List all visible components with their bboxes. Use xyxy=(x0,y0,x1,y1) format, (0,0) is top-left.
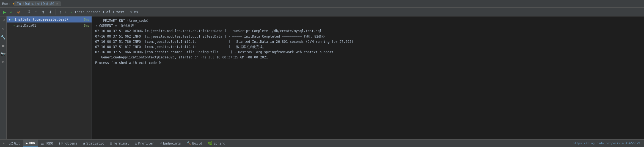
title-bar: Run: ◀ InitData.initData01 ✕ xyxy=(0,0,644,8)
log-line: PRIMARY KEY (tree_code) xyxy=(95,18,641,23)
toolbar: ▶ ✓ ⊘ ↧ ↥ ⬆ ⬇ ↑ » ✓ Tests passed: 1 of 1… xyxy=(0,8,644,16)
todo-icon: ☰ xyxy=(41,141,44,145)
spring-icon: 🌿 xyxy=(208,141,212,145)
endpoints-icon: ⚡ xyxy=(160,141,162,145)
root-test-label: InitData (com.jeesite.test) xyxy=(15,18,68,21)
log-line: 07-16 00:37:51.786 INFO [com.jeesite.tes… xyxy=(95,39,641,44)
run-label: Run xyxy=(29,141,35,145)
tests-passed-label: Tests passed: xyxy=(75,10,102,14)
align-top-button[interactable]: ⬆ xyxy=(40,9,46,15)
log-line: Process finished with exit code 0 xyxy=(95,60,641,66)
test-count: 1 of 1 test xyxy=(102,10,124,14)
status-item-build[interactable]: 🔨Build xyxy=(184,140,205,147)
toolbar-separator-1 xyxy=(24,9,24,15)
up-button[interactable]: ↑ xyxy=(58,9,63,15)
status-bar: ∧ ⎇Git▶Run☰TODOℹProblems◉Statistic▤Termi… xyxy=(0,139,644,147)
status-item-profiler[interactable]: ◎Profiler xyxy=(132,140,157,147)
check-icon: ✓ xyxy=(71,10,73,14)
problems-icon: ℹ xyxy=(59,141,60,145)
log-panel[interactable]: PRIMARY KEY (tree_code)) COMMENT = '测试树表… xyxy=(92,16,644,139)
profiler-label: Profiler xyxy=(138,142,154,145)
build-icon: 🔨 xyxy=(187,141,191,145)
tab-name: InitData.initData01 xyxy=(17,2,55,6)
main-content: ⎇ ✎ 🔧 ■ 📷 ⚙ ▼ ✓ InitData (com.jeesite.te… xyxy=(0,16,644,139)
triangle-icon: ◀ xyxy=(12,2,14,5)
problems-label: Problems xyxy=(61,142,77,145)
git-icon: ⎇ xyxy=(9,141,13,145)
stop-button[interactable]: ⊘ xyxy=(16,9,22,15)
play-button[interactable]: ▶ xyxy=(2,9,7,15)
status-item-todo[interactable]: ☰TODO xyxy=(38,140,56,147)
run-icon: ▶ xyxy=(26,141,28,145)
close-tab-icon[interactable]: ✕ xyxy=(56,2,58,5)
status-item-endpoints[interactable]: ⚡Endpoints xyxy=(157,140,184,147)
root-check-icon: ✓ xyxy=(12,18,13,21)
log-line: 07-16 00:37:51.062 DEBUG [c.jeesite.modu… xyxy=(95,29,641,34)
expand-icon: ▼ xyxy=(9,18,10,21)
status-item-run[interactable]: ▶Run xyxy=(23,140,38,147)
run-label: Run: xyxy=(2,2,10,6)
build-label: Build xyxy=(192,142,202,145)
check-button[interactable]: ✓ xyxy=(9,9,15,15)
todo-label: TODO xyxy=(45,142,53,145)
status-item-git[interactable]: ⎇Git xyxy=(6,140,23,147)
left-icon-strip: ⎇ ✎ 🔧 ■ 📷 ⚙ xyxy=(0,16,7,139)
log-line: 07-16 00:37:51.817 INFO [com.jeesite.tes… xyxy=(95,44,641,50)
sort-desc-button[interactable]: ↥ xyxy=(33,9,39,15)
chevron-up-button[interactable]: ∧ xyxy=(2,142,6,145)
statistic-label: Statistic xyxy=(86,142,104,145)
child-test-label: initData01 xyxy=(16,24,36,27)
test-time: – 5 ms xyxy=(126,10,138,14)
terminal-icon: ▤ xyxy=(110,141,112,145)
align-bottom-button[interactable]: ⬇ xyxy=(47,9,53,15)
more-icon[interactable]: » xyxy=(64,9,67,15)
test-root-item[interactable]: ▼ ✓ InitData (com.jeesite.test) 5ms xyxy=(7,16,92,22)
terminal-label: Terminal xyxy=(113,142,129,145)
status-item-terminal[interactable]: ▤Terminal xyxy=(107,140,132,147)
git-label: Git xyxy=(14,142,20,145)
tools-icon[interactable]: 🔧 xyxy=(0,35,6,40)
camera-icon[interactable]: 📷 xyxy=(0,51,6,56)
spring-label: Spring xyxy=(213,142,225,145)
status-item-statistic[interactable]: ◉Statistic xyxy=(80,140,107,147)
child-test-time: 5ms xyxy=(84,24,89,27)
edit-icon[interactable]: ✎ xyxy=(1,26,5,32)
test-panel: ▼ ✓ InitData (com.jeesite.test) 5ms ✓ in… xyxy=(7,16,92,139)
child-check-icon: ✓ xyxy=(13,24,15,27)
title-tab[interactable]: InitData.initData01 ✕ xyxy=(14,1,61,6)
log-line: 07-16 00:37:51.062 INFO [c.jeesite.modul… xyxy=(95,34,641,39)
profiler-icon: ◎ xyxy=(135,141,137,145)
test-child-item[interactable]: ✓ initData01 5ms xyxy=(7,22,92,29)
stop-square-icon[interactable]: ■ xyxy=(1,43,5,48)
log-line: 07-16 00:37:51.866 DEBUG [com.jeesite.co… xyxy=(95,50,641,55)
git-icon[interactable]: ⎇ xyxy=(1,18,6,24)
log-line: ) COMMENT = '测试树表' xyxy=(95,23,641,29)
log-line: .GenericWebApplicationContext@1ecee32c, … xyxy=(95,55,641,60)
status-item-spring[interactable]: 🌿Spring xyxy=(205,140,228,147)
test-passed-status: ✓ Tests passed: 1 of 1 test – 5 ms xyxy=(71,10,138,14)
toolbar-separator-2 xyxy=(56,9,56,15)
csdn-link[interactable]: https://blog.csdn.net/weixin_45655079 xyxy=(573,142,642,145)
statistic-icon: ◉ xyxy=(83,141,85,145)
sort-asc-button[interactable]: ↧ xyxy=(26,9,32,15)
root-test-time: 5ms xyxy=(84,18,89,21)
status-item-problems[interactable]: ℹProblems xyxy=(56,140,80,147)
endpoints-label: Endpoints xyxy=(163,142,181,145)
settings-icon[interactable]: ⚙ xyxy=(1,59,5,65)
